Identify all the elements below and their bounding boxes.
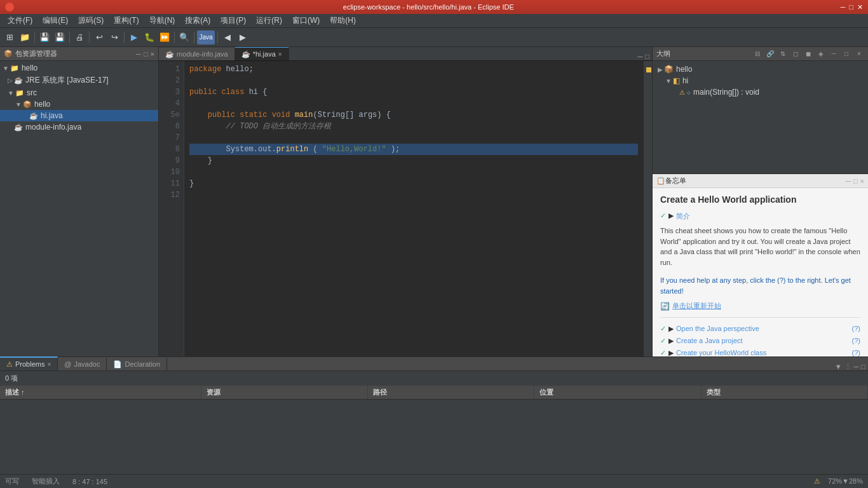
col-location[interactable]: 位置 bbox=[534, 386, 701, 400]
status-right: ⚠ 72%▼28% bbox=[814, 477, 863, 485]
problems-close[interactable]: × bbox=[47, 361, 51, 368]
step3-label[interactable]: Create your HelloWorld class bbox=[676, 349, 766, 356]
tab-module-info-icon: ☕ bbox=[165, 50, 174, 58]
cs-step-2[interactable]: ✓ ▶ Create a Java project (?) bbox=[660, 335, 860, 347]
editor-scrollbar[interactable] bbox=[643, 61, 652, 356]
cs-intro-toggle[interactable]: ✓ ▶ 简介 bbox=[660, 210, 860, 223]
pkg-explorer-title: 包资源管理器 bbox=[15, 49, 57, 58]
outline-sort-btn[interactable]: ⇅ bbox=[778, 49, 788, 59]
close-btn[interactable]: ✕ bbox=[857, 3, 863, 11]
col-type[interactable]: 类型 bbox=[701, 386, 867, 400]
menu-refactor[interactable]: 重构(T) bbox=[109, 14, 144, 27]
outline-hi-class[interactable]: ▼ ◧ hi bbox=[653, 75, 868, 86]
outline-minimize[interactable]: ─ bbox=[829, 49, 839, 59]
outline-main-method[interactable]: ▷ ⚠ ⬦ main(String[]) : void bbox=[653, 86, 868, 98]
new-btn[interactable]: ⊞ bbox=[3, 30, 17, 44]
tree-label-hello-pkg: hello bbox=[34, 100, 50, 109]
tree-item-hi-java[interactable]: ▷ ☕ hi.java bbox=[0, 110, 158, 121]
menu-file[interactable]: 文件(F) bbox=[3, 14, 37, 27]
menu-search[interactable]: 搜索(A) bbox=[180, 14, 215, 27]
intro-label[interactable]: 简介 bbox=[676, 212, 690, 221]
back-btn[interactable]: ◀ bbox=[220, 30, 234, 44]
save-all-btn[interactable]: 💾 bbox=[53, 30, 67, 44]
outline-link-btn[interactable]: 🔗 bbox=[765, 49, 775, 59]
bottom-filter-btn[interactable]: ▼ bbox=[835, 363, 842, 370]
outline-hide-static[interactable]: ◼ bbox=[803, 49, 813, 59]
undo-btn[interactable]: ↩ bbox=[92, 30, 106, 44]
tab-problems[interactable]: ⚠ Problems × bbox=[0, 356, 58, 370]
bottom-content: 0 项 描述 ↑ 资源 路径 位置 类型 bbox=[0, 371, 868, 474]
outline-hide-fields[interactable]: ◻ bbox=[790, 49, 801, 59]
col-resource[interactable]: 资源 bbox=[201, 386, 367, 400]
redo-btn[interactable]: ↪ bbox=[107, 30, 121, 44]
editor-tabs: ☕ module-info.java ☕ *hi.java × ─ □ bbox=[159, 47, 652, 61]
col-description[interactable]: 描述 ↑ bbox=[0, 386, 201, 400]
status-notif-icon[interactable]: ⚠ bbox=[814, 477, 820, 485]
save-btn[interactable]: 💾 bbox=[37, 30, 51, 44]
pkg-minimize-btn[interactable]: ─ bbox=[136, 50, 141, 58]
menu-project[interactable]: 项目(P) bbox=[215, 14, 251, 27]
code-line-12 bbox=[189, 189, 638, 201]
tab-javadoc[interactable]: @ Javadoc bbox=[58, 358, 107, 370]
outline-maximize[interactable]: □ bbox=[841, 49, 851, 59]
bottom-minimize-btn[interactable]: ─ bbox=[854, 363, 859, 370]
menu-edit[interactable]: 编辑(E) bbox=[37, 14, 73, 27]
outline-hide-nonpublic[interactable]: ◈ bbox=[816, 49, 826, 59]
editor-content[interactable]: 1 2 3 4 5⊙ 6 7 8 9 10 11 12 package hell… bbox=[159, 61, 652, 356]
run-btn[interactable]: ▶ bbox=[127, 30, 141, 44]
tree-item-module-info[interactable]: ▷ ☕ module-info.java bbox=[0, 121, 158, 133]
restart-label[interactable]: 单击以重新开始 bbox=[672, 301, 721, 311]
run-last-btn[interactable]: ⏩ bbox=[158, 30, 172, 44]
cs-step-3[interactable]: ✓ ▶ Create your HelloWorld class (?) bbox=[660, 347, 860, 356]
red-dot[interactable] bbox=[5, 3, 14, 11]
tab-hi-java[interactable]: ☕ *hi.java × bbox=[235, 47, 289, 60]
tab-hi-java-close[interactable]: × bbox=[278, 51, 282, 58]
step3-help[interactable]: (?) bbox=[852, 349, 860, 356]
tab-module-info[interactable]: ☕ module-info.java bbox=[159, 48, 235, 60]
open-btn[interactable]: 📁 bbox=[18, 30, 32, 44]
pkg-maximize-btn[interactable]: □ bbox=[144, 50, 148, 58]
cheatsheet-title: Create a Hello World application bbox=[660, 194, 860, 205]
line-4: 4 bbox=[159, 98, 184, 109]
step1-label[interactable]: Open the Java perspective bbox=[676, 325, 759, 332]
outline-close[interactable]: × bbox=[854, 49, 864, 59]
cheatsheet-maximize[interactable]: □ bbox=[853, 177, 858, 185]
bottom-menu-btn[interactable]: ⋮ bbox=[844, 362, 851, 370]
tree-item-src[interactable]: ▼ 📁 src bbox=[0, 87, 158, 98]
menu-help[interactable]: 帮助(H) bbox=[325, 14, 361, 27]
print-btn[interactable]: 🖨 bbox=[72, 30, 86, 44]
outline-hello-pkg[interactable]: ▶ 📦 hello bbox=[653, 64, 868, 75]
step2-label[interactable]: Create a Java project bbox=[676, 337, 743, 344]
menu-window[interactable]: 窗口(W) bbox=[287, 14, 325, 27]
tree-item-jre[interactable]: ▷ ☕ JRE 系统库 [JavaSE-17] bbox=[0, 74, 158, 87]
debug-btn[interactable]: 🐛 bbox=[142, 30, 156, 44]
perspective-java[interactable]: Java bbox=[197, 30, 215, 44]
tree-item-hello-pkg[interactable]: ▼ 📦 hello bbox=[0, 98, 158, 110]
minimize-btn[interactable]: ─ bbox=[841, 3, 846, 11]
editor-maximize-btn[interactable]: □ bbox=[645, 53, 649, 60]
cs-step-1[interactable]: ✓ ▶ Open the Java perspective (?) bbox=[660, 323, 860, 335]
cheatsheet-close[interactable]: × bbox=[860, 177, 864, 185]
bottom-maximize-btn[interactable]: □ bbox=[861, 363, 865, 370]
menu-navigate[interactable]: 导航(N) bbox=[144, 14, 180, 27]
step1-help[interactable]: (?) bbox=[852, 325, 860, 332]
editor-tab-controls: ─ □ bbox=[635, 53, 652, 60]
maximize-btn[interactable]: □ bbox=[849, 3, 853, 11]
pkg-close-btn[interactable]: × bbox=[151, 50, 154, 58]
forward-btn[interactable]: ▶ bbox=[236, 30, 250, 44]
tree-item-hello-project[interactable]: ▼ 📁 hello bbox=[0, 62, 158, 74]
menu-source[interactable]: 源码(S) bbox=[73, 14, 109, 27]
tab-declaration[interactable]: 📄 Declaration bbox=[107, 358, 167, 370]
search-btn[interactable]: 🔍 bbox=[177, 30, 191, 44]
restart-link[interactable]: 🔄 单击以重新开始 bbox=[660, 301, 860, 311]
step2-help[interactable]: (?) bbox=[852, 337, 860, 344]
help-text: If you need help at any step, click the … bbox=[660, 274, 860, 297]
editor-minimize-btn[interactable]: ─ bbox=[638, 53, 643, 60]
code-editor[interactable]: package hello; public class hi { public … bbox=[184, 61, 643, 356]
cheatsheet-minimize[interactable]: ─ bbox=[846, 177, 851, 185]
col-path[interactable]: 路径 bbox=[368, 386, 534, 400]
menu-run[interactable]: 运行(R) bbox=[251, 14, 287, 27]
outline-collapse-btn[interactable]: ⊟ bbox=[752, 49, 763, 59]
status-position: 8 : 47 : 145 bbox=[72, 478, 107, 485]
code-line-8[interactable]: System.out.println ( "Hello,World!" ); bbox=[189, 144, 638, 155]
